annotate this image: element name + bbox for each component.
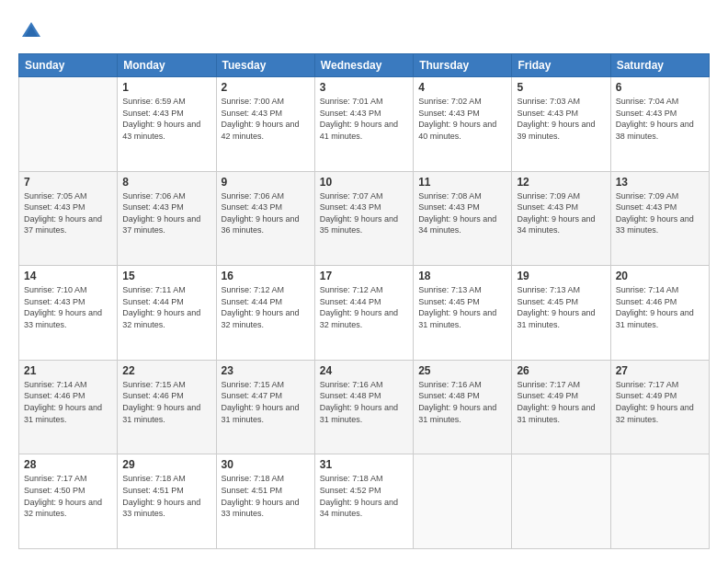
daylight-text: Daylight: 9 hours and 33 minutes. [222, 497, 310, 520]
day-number: 21 [24, 364, 112, 377]
calendar-cell: 15 Sunrise: 7:11 AM Sunset: 4:44 PM Dayl… [118, 266, 216, 361]
day-info: Sunrise: 7:17 AM Sunset: 4:49 PM Dayligh… [616, 379, 704, 425]
day-number: 30 [222, 458, 310, 471]
day-info: Sunrise: 7:13 AM Sunset: 4:45 PM Dayligh… [517, 284, 605, 330]
sunset-text: Sunset: 4:43 PM [24, 201, 112, 213]
day-number: 24 [320, 364, 408, 377]
calendar-header-wednesday: Wednesday [314, 54, 413, 77]
day-info: Sunrise: 7:09 AM Sunset: 4:43 PM Dayligh… [517, 190, 605, 236]
calendar-cell: 19 Sunrise: 7:13 AM Sunset: 4:45 PM Dayl… [512, 266, 610, 361]
calendar-cell [610, 454, 709, 549]
day-info: Sunrise: 7:17 AM Sunset: 4:50 PM Dayligh… [24, 473, 112, 519]
day-info: Sunrise: 7:12 AM Sunset: 4:44 PM Dayligh… [320, 284, 408, 330]
daylight-text: Daylight: 9 hours and 32 minutes. [122, 307, 210, 330]
day-info: Sunrise: 7:11 AM Sunset: 4:44 PM Dayligh… [122, 284, 210, 330]
day-number: 14 [24, 270, 112, 282]
calendar-cell: 4 Sunrise: 7:02 AM Sunset: 4:43 PM Dayli… [414, 77, 512, 172]
sunrise-text: Sunrise: 7:15 AM [122, 379, 210, 391]
calendar-cell [512, 454, 610, 549]
calendar-cell: 16 Sunrise: 7:12 AM Sunset: 4:44 PM Dayl… [216, 266, 314, 361]
sunrise-text: Sunrise: 7:12 AM [222, 284, 310, 296]
sunrise-text: Sunrise: 7:14 AM [616, 284, 704, 296]
daylight-text: Daylight: 9 hours and 37 minutes. [122, 213, 210, 236]
day-info: Sunrise: 7:09 AM Sunset: 4:43 PM Dayligh… [616, 190, 704, 236]
sunset-text: Sunset: 4:46 PM [24, 390, 112, 402]
daylight-text: Daylight: 9 hours and 32 minutes. [24, 497, 112, 520]
sunrise-text: Sunrise: 7:11 AM [122, 284, 210, 296]
calendar-cell: 7 Sunrise: 7:05 AM Sunset: 4:43 PM Dayli… [19, 171, 118, 266]
day-info: Sunrise: 7:17 AM Sunset: 4:49 PM Dayligh… [517, 379, 605, 425]
day-number: 1 [122, 81, 210, 94]
daylight-text: Daylight: 9 hours and 33 minutes. [24, 307, 112, 330]
calendar-cell: 3 Sunrise: 7:01 AM Sunset: 4:43 PM Dayli… [314, 77, 413, 172]
sunset-text: Sunset: 4:43 PM [122, 108, 210, 120]
sunset-text: Sunset: 4:49 PM [616, 390, 704, 402]
calendar-cell: 10 Sunrise: 7:07 AM Sunset: 4:43 PM Dayl… [314, 171, 413, 266]
daylight-text: Daylight: 9 hours and 39 minutes. [517, 119, 605, 142]
day-info: Sunrise: 7:02 AM Sunset: 4:43 PM Dayligh… [418, 96, 506, 142]
sunset-text: Sunset: 4:44 PM [320, 296, 408, 308]
sunrise-text: Sunrise: 7:15 AM [222, 379, 310, 391]
day-info: Sunrise: 7:05 AM Sunset: 4:43 PM Dayligh… [24, 190, 112, 236]
calendar-header-thursday: Thursday [414, 54, 512, 77]
sunset-text: Sunset: 4:49 PM [517, 390, 605, 402]
day-number: 17 [320, 270, 408, 282]
day-info: Sunrise: 7:04 AM Sunset: 4:43 PM Dayligh… [616, 96, 704, 142]
sunrise-text: Sunrise: 7:18 AM [122, 473, 210, 485]
day-number: 23 [222, 364, 310, 377]
day-info: Sunrise: 7:01 AM Sunset: 4:43 PM Dayligh… [320, 96, 408, 142]
calendar-cell: 1 Sunrise: 6:59 AM Sunset: 4:43 PM Dayli… [118, 77, 216, 172]
sunrise-text: Sunrise: 7:16 AM [320, 379, 408, 391]
sunrise-text: Sunrise: 7:08 AM [418, 190, 506, 202]
sunrise-text: Sunrise: 7:12 AM [320, 284, 408, 296]
day-info: Sunrise: 7:16 AM Sunset: 4:48 PM Dayligh… [320, 379, 408, 425]
sunrise-text: Sunrise: 7:16 AM [418, 379, 506, 391]
day-info: Sunrise: 7:16 AM Sunset: 4:48 PM Dayligh… [418, 379, 506, 425]
day-number: 31 [320, 458, 408, 471]
sunset-text: Sunset: 4:51 PM [122, 485, 210, 497]
day-number: 5 [517, 81, 605, 94]
sunset-text: Sunset: 4:48 PM [320, 390, 408, 402]
calendar-cell: 8 Sunrise: 7:06 AM Sunset: 4:43 PM Dayli… [118, 171, 216, 266]
sunset-text: Sunset: 4:46 PM [616, 296, 704, 308]
daylight-text: Daylight: 9 hours and 31 minutes. [517, 402, 605, 425]
sunset-text: Sunset: 4:43 PM [418, 201, 506, 213]
logo-icon [18, 18, 44, 44]
sunrise-text: Sunrise: 7:03 AM [517, 96, 605, 108]
day-info: Sunrise: 7:15 AM Sunset: 4:46 PM Dayligh… [122, 379, 210, 425]
calendar-cell: 17 Sunrise: 7:12 AM Sunset: 4:44 PM Dayl… [314, 266, 413, 361]
sunrise-text: Sunrise: 6:59 AM [122, 96, 210, 108]
sunset-text: Sunset: 4:46 PM [122, 390, 210, 402]
daylight-text: Daylight: 9 hours and 31 minutes. [418, 307, 506, 330]
daylight-text: Daylight: 9 hours and 32 minutes. [616, 402, 704, 425]
day-number: 26 [517, 364, 605, 377]
sunrise-text: Sunrise: 7:05 AM [24, 190, 112, 202]
sunset-text: Sunset: 4:44 PM [222, 296, 310, 308]
day-info: Sunrise: 7:03 AM Sunset: 4:43 PM Dayligh… [517, 96, 605, 142]
sunrise-text: Sunrise: 7:06 AM [222, 190, 310, 202]
calendar-week-row: 14 Sunrise: 7:10 AM Sunset: 4:43 PM Dayl… [19, 266, 710, 361]
day-info: Sunrise: 7:06 AM Sunset: 4:43 PM Dayligh… [122, 190, 210, 236]
daylight-text: Daylight: 9 hours and 31 minutes. [222, 402, 310, 425]
day-number: 27 [616, 364, 704, 377]
sunset-text: Sunset: 4:43 PM [222, 201, 310, 213]
sunrise-text: Sunrise: 7:07 AM [320, 190, 408, 202]
daylight-text: Daylight: 9 hours and 33 minutes. [616, 213, 704, 236]
day-number: 11 [418, 176, 506, 189]
day-number: 6 [616, 81, 704, 94]
sunrise-text: Sunrise: 7:17 AM [616, 379, 704, 391]
sunrise-text: Sunrise: 7:10 AM [24, 284, 112, 296]
day-info: Sunrise: 7:12 AM Sunset: 4:44 PM Dayligh… [222, 284, 310, 330]
day-number: 25 [418, 364, 506, 377]
day-info: Sunrise: 7:10 AM Sunset: 4:43 PM Dayligh… [24, 284, 112, 330]
sunset-text: Sunset: 4:45 PM [418, 296, 506, 308]
calendar-cell: 23 Sunrise: 7:15 AM Sunset: 4:47 PM Dayl… [216, 360, 314, 454]
calendar-cell: 21 Sunrise: 7:14 AM Sunset: 4:46 PM Dayl… [19, 360, 118, 454]
day-number: 16 [222, 270, 310, 282]
sunset-text: Sunset: 4:44 PM [122, 296, 210, 308]
day-number: 15 [122, 270, 210, 282]
sunrise-text: Sunrise: 7:17 AM [517, 379, 605, 391]
daylight-text: Daylight: 9 hours and 31 minutes. [24, 402, 112, 425]
day-number: 2 [222, 81, 310, 94]
sunset-text: Sunset: 4:43 PM [616, 201, 704, 213]
